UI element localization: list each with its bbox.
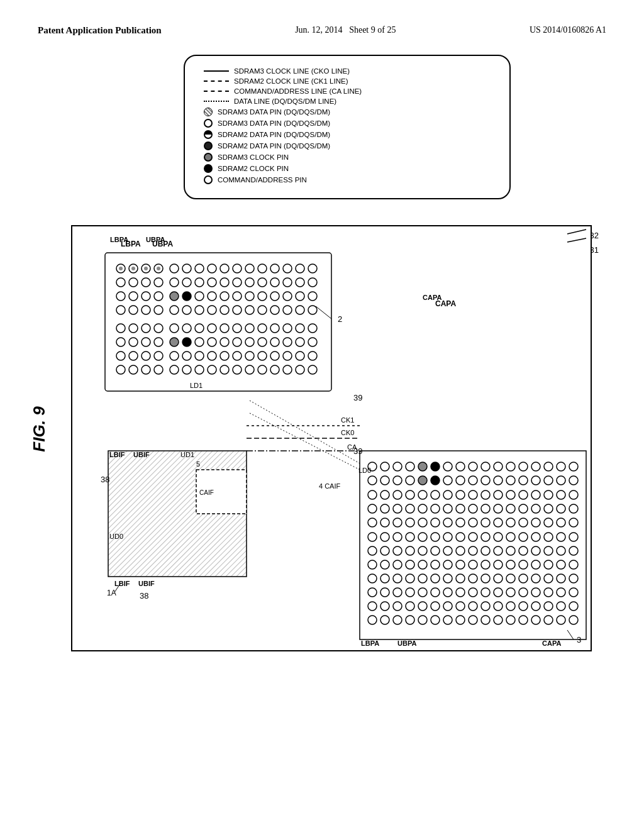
svg-point-11	[119, 267, 123, 270]
svg-text:39: 39	[353, 446, 362, 456]
svg-text:CAPA: CAPA	[542, 639, 561, 647]
legend-label-8: SDRAM2 DATA PIN (DQ/DQS/DM)	[218, 142, 330, 150]
svg-rect-6	[105, 253, 331, 391]
svg-point-14	[157, 267, 160, 270]
svg-text:CK0: CK0	[341, 429, 354, 436]
svg-text:CAIF: CAIF	[199, 489, 214, 496]
svg-text:UD1: UD1	[180, 451, 194, 458]
content-area: SDRAM3 CLOCK LINE (CKO LINE) SDRAM2 CLOC…	[38, 55, 606, 658]
legend-circle-striped	[204, 108, 213, 116]
svg-text:CAPA: CAPA	[423, 294, 441, 301]
legend-label-1: SDRAM3 CLOCK LINE (CKO LINE)	[234, 67, 350, 75]
svg-point-13	[144, 267, 148, 270]
svg-text:LBIF: LBIF	[109, 451, 125, 458]
legend-circle-filled	[204, 164, 213, 173]
figure-area: FIG. 9 32 31 LBPA UBPA CAPA	[39, 218, 605, 658]
svg-text:UD0: UD0	[109, 533, 123, 540]
svg-text:3: 3	[577, 635, 581, 645]
svg-text:38: 38	[140, 591, 148, 600]
publication-date-sheet: Jun. 12, 2014 Sheet 9 of 25	[295, 25, 396, 35]
legend-item-6: SDRAM3 DATA PIN (DQ/DQS/DM)	[204, 119, 491, 128]
page-container: Patent Application Publication Jun. 12, …	[0, 0, 644, 830]
legend-label-9: SDRAM3 CLOCK PIN	[218, 153, 289, 161]
svg-point-95	[170, 338, 179, 346]
legend-item-10: SDRAM2 CLOCK PIN	[204, 164, 491, 173]
publication-title: Patent Application Publication	[38, 25, 162, 36]
legend-line-solid	[204, 70, 229, 72]
svg-text:UBPA: UBPA	[146, 236, 165, 243]
legend-label-11: COMMAND/ADDRESS PIN	[218, 176, 307, 184]
svg-point-47	[170, 292, 179, 301]
svg-text:UBIF: UBIF	[133, 451, 150, 458]
svg-text:2: 2	[338, 314, 342, 324]
svg-point-166	[431, 476, 440, 485]
legend-label-7: SDRAM2 DATA PIN (DQ/DQS/DM)	[218, 131, 330, 138]
svg-text:LBIF: LBIF	[114, 580, 130, 587]
legend-circle-half-dark	[204, 130, 213, 139]
svg-point-48	[182, 292, 191, 301]
svg-text:5: 5	[196, 460, 200, 468]
legend-label-2: SDRAM2 CLOCK LINE (CK1 LINE)	[234, 77, 348, 85]
legend-circle-dark	[204, 141, 213, 150]
legend-label-10: SDRAM2 CLOCK PIN	[218, 165, 289, 172]
svg-text:39: 39	[353, 393, 362, 402]
svg-text:1A: 1A	[107, 589, 116, 597]
sheet-number: Sheet 9 of 25	[349, 25, 396, 35]
legend-line-dashdot	[204, 91, 229, 92]
figure-label: FIG. 9	[30, 406, 49, 451]
legend-box: SDRAM3 CLOCK LINE (CKO LINE) SDRAM2 CLOC…	[184, 55, 511, 199]
svg-text:LD0: LD0	[358, 467, 371, 474]
svg-point-12	[131, 267, 135, 270]
legend-line-dotted	[204, 101, 229, 102]
svg-text:UBIF: UBIF	[138, 580, 155, 587]
svg-text:LBPA: LBPA	[110, 236, 128, 243]
svg-point-165	[418, 476, 427, 485]
svg-text:4 CAIF: 4 CAIF	[319, 482, 341, 490]
legend-circle-open-sm	[204, 175, 213, 184]
legend-circle-open	[204, 119, 213, 128]
legend-circle-gray	[204, 153, 213, 162]
page-header: Patent Application Publication Jun. 12, …	[38, 25, 606, 36]
svg-text:CK1: CK1	[341, 416, 354, 424]
diagram-svg: LBPA UBPA CAPA	[70, 224, 592, 652]
svg-point-149	[431, 462, 440, 471]
svg-point-148	[418, 462, 427, 471]
legend-line-dashed	[204, 80, 229, 82]
legend-label-3: COMMAND/ADDRESS LINE (CA LINE)	[234, 87, 362, 95]
legend-item-5: SDRAM3 DATA PIN (DQ/DQS/DM)	[204, 108, 491, 116]
legend-item-9: SDRAM3 CLOCK PIN	[204, 153, 491, 162]
legend-item-7: SDRAM2 DATA PIN (DQ/DQS/DM)	[204, 130, 491, 139]
legend-item-3: COMMAND/ADDRESS LINE (CA LINE)	[204, 87, 491, 95]
svg-text:LD1: LD1	[190, 382, 203, 389]
legend-item-4: DATA LINE (DQ/DQS/DM LINE)	[204, 97, 491, 105]
svg-point-96	[182, 338, 191, 346]
svg-text:38: 38	[101, 475, 109, 484]
legend-item-2: SDRAM2 CLOCK LINE (CK1 LINE)	[204, 77, 491, 85]
legend-label-5: SDRAM3 DATA PIN (DQ/DQS/DM)	[218, 108, 330, 116]
legend-item-11: COMMAND/ADDRESS PIN	[204, 175, 491, 184]
legend-item-8: SDRAM2 DATA PIN (DQ/DQS/DM)	[204, 141, 491, 150]
legend-item-1: SDRAM3 CLOCK LINE (CKO LINE)	[204, 67, 491, 75]
legend-label-4: DATA LINE (DQ/DQS/DM LINE)	[234, 97, 336, 105]
svg-text:UBPA: UBPA	[397, 639, 416, 647]
publication-number: US 2014/0160826 A1	[530, 25, 606, 35]
legend-label-6: SDRAM3 DATA PIN (DQ/DQS/DM)	[218, 119, 330, 127]
publication-date: Jun. 12, 2014	[295, 25, 342, 35]
svg-text:LBPA: LBPA	[361, 639, 379, 647]
